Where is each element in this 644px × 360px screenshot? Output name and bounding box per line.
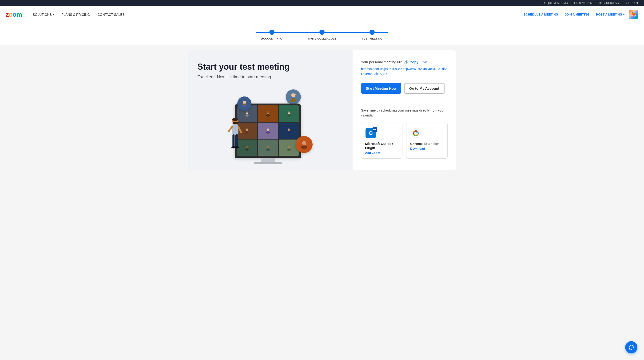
step-invite-colleagues: INVITE COLLEAGUES (297, 30, 347, 40)
calendar-plugins: O 365 Microsoft Outlook Plugin Add Zoom (361, 123, 448, 159)
monitor-stand (261, 158, 275, 162)
meeting-illustration (197, 87, 343, 162)
video-scene (226, 87, 315, 162)
progress-bar: ACCOUNT INFO INVITE COLLEAGUES TEST MEET… (247, 30, 397, 40)
svg-point-17 (246, 129, 248, 131)
logo[interactable]: zoom (6, 11, 22, 18)
svg-point-5 (246, 112, 248, 114)
plans-pricing-link[interactable]: PLANS & PRICING (58, 11, 93, 18)
chrome-download-link[interactable]: Download (410, 147, 425, 150)
nav-left: SOLUTIONS ▾ PLANS & PRICING CONTACT SALE… (30, 11, 521, 18)
outlook-plugin-card[interactable]: O 365 Microsoft Outlook Plugin Add Zoom (361, 123, 402, 159)
svg-point-4 (294, 95, 294, 95)
step-dot-1 (269, 30, 274, 35)
chrome-extension-card[interactable]: Chrome Extension Download (406, 123, 448, 159)
svg-point-19 (267, 129, 269, 131)
phone-link[interactable]: 1.888.799.9666 (574, 2, 593, 5)
svg-point-43 (235, 146, 239, 148)
svg-point-9 (267, 112, 269, 114)
content-card: Start your test meeting Excellent! Now i… (188, 50, 456, 170)
svg-point-10 (266, 114, 270, 117)
chrome-plugin-icon (410, 128, 422, 139)
main-content: Start your test meeting Excellent! Now i… (0, 45, 644, 179)
svg-point-33 (301, 145, 307, 149)
outlook-add-zoom-link[interactable]: Add Zoom (365, 151, 380, 155)
video-grid (237, 105, 299, 156)
step-dot-3 (370, 30, 375, 35)
chat-icon (628, 344, 634, 350)
svg-point-35 (232, 118, 238, 121)
svg-point-23 (246, 146, 248, 148)
video-cell (258, 140, 278, 156)
meeting-url-link[interactable]: https://zoom.us/j/8957093567?pwd=N2s2UnU… (361, 67, 447, 76)
svg-point-25 (267, 146, 269, 148)
step-label-1: ACCOUNT INFO (261, 37, 282, 40)
nav-right: SCHEDULE A MEETING JOIN A MEETING HOST A… (521, 10, 638, 19)
svg-point-12 (268, 112, 268, 113)
go-to-account-button[interactable]: Go to My Account (404, 83, 444, 94)
chrome-extension-name: Chrome Extension (410, 142, 439, 146)
schedule-meeting-link[interactable]: SCHEDULE A MEETING (521, 11, 560, 18)
outlook-plugin-icon: O 365 (365, 128, 376, 139)
svg-rect-41 (236, 134, 238, 147)
svg-line-38 (229, 127, 232, 131)
svg-point-26 (266, 148, 270, 151)
link-icon: 🔗 (404, 60, 409, 64)
step-test-meeting: TEST MEETING (347, 30, 397, 40)
svg-point-21 (288, 129, 290, 131)
step-label-2: INVITE COLLEAGUES (308, 37, 336, 40)
url-header: Your personal meeting url: 🔗 Copy Link (361, 60, 448, 64)
video-cell (279, 123, 299, 139)
svg-point-7 (246, 112, 247, 113)
svg-rect-37 (232, 124, 238, 135)
meeting-subtitle: Excellent! Now it's time to start meetin… (197, 75, 272, 80)
step-account-info: ACCOUNT INFO (247, 30, 297, 40)
svg-point-18 (245, 131, 249, 134)
video-cell (279, 105, 299, 122)
progress-section: ACCOUNT INFO INVITE COLLEAGUES TEST MEET… (0, 23, 644, 45)
svg-point-11 (267, 112, 268, 113)
calendar-section: Save time by scheduling your meetings di… (361, 108, 448, 159)
request-demo-link[interactable]: REQUEST A DEMO (543, 2, 568, 5)
outlook-plugin-name: Microsoft Outlook Plugin (365, 142, 398, 150)
contact-sales-link[interactable]: CONTACT SALES (94, 11, 128, 18)
action-buttons: Start Meeting Now Go to My Account (361, 83, 448, 94)
start-meeting-button[interactable]: Start Meeting Now (361, 83, 401, 94)
copy-link-button[interactable]: 🔗 Copy Link (404, 60, 427, 64)
step-label-3: TEST MEETING (362, 37, 382, 40)
resources-menu[interactable]: RESOURCES ▾ (599, 2, 619, 5)
meeting-title: Start your test meeting (197, 62, 290, 72)
svg-point-22 (287, 131, 291, 134)
user-avatar[interactable]: 🦊 (629, 10, 638, 19)
svg-point-24 (245, 148, 249, 151)
svg-rect-36 (232, 122, 238, 124)
svg-point-13 (288, 112, 290, 114)
video-cell (258, 123, 278, 139)
floating-avatar-3 (296, 136, 312, 153)
svg-point-28 (287, 148, 291, 151)
svg-point-16 (289, 112, 290, 113)
monitor (235, 104, 301, 158)
support-link[interactable]: SUPPORT (625, 2, 638, 5)
chat-button[interactable] (625, 341, 638, 353)
svg-rect-31 (243, 104, 246, 105)
floating-avatar-1 (286, 89, 301, 105)
chevron-down-icon: ▾ (53, 13, 54, 16)
meeting-url-section: Your personal meeting url: 🔗 Copy Link h… (361, 60, 448, 77)
host-meeting-menu[interactable]: HOST A MEETING ▾ (594, 11, 627, 18)
chevron-down-icon: ▾ (623, 13, 625, 16)
svg-rect-40 (232, 134, 234, 147)
chevron-down-icon: ▾ (618, 2, 619, 5)
left-panel: Start your test meeting Excellent! Now i… (188, 50, 352, 170)
svg-point-14 (287, 114, 291, 117)
svg-point-6 (245, 114, 249, 117)
solutions-menu[interactable]: SOLUTIONS ▾ (30, 11, 57, 18)
join-meeting-link[interactable]: JOIN A MEETING (562, 11, 592, 18)
video-cell (258, 105, 278, 122)
svg-point-29 (243, 101, 246, 104)
outlook-icon: O 365 (366, 128, 376, 138)
floating-avatar-2 (237, 97, 252, 111)
url-label: Your personal meeting url: (361, 60, 402, 64)
svg-point-8 (247, 112, 248, 113)
svg-point-15 (288, 112, 288, 113)
